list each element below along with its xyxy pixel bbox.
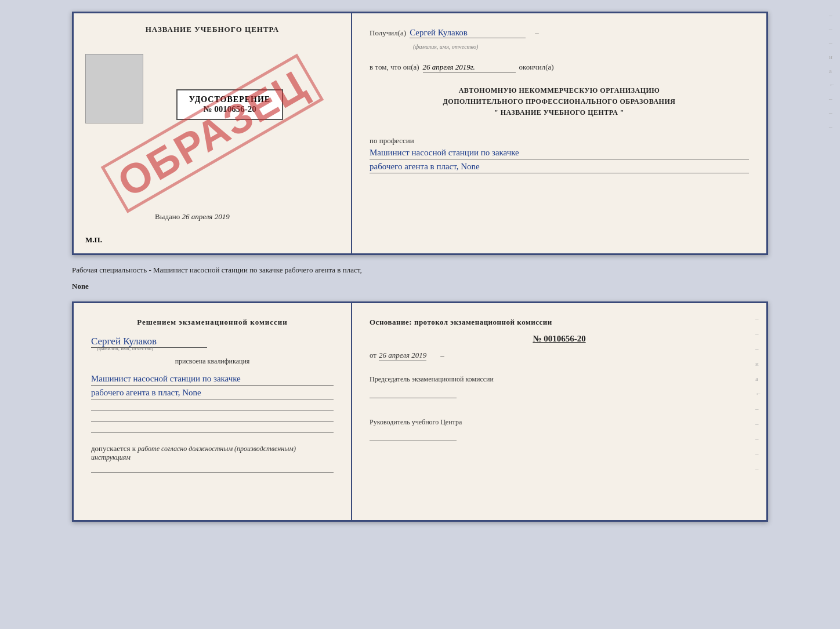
decision-label: Решением экзаменационной комиссии	[91, 318, 334, 327]
qualification-block: Машинист насосной станции по закачке раб…	[91, 372, 334, 399]
date-row: в том, что он(а) 26 апреля 2019г. окончи…	[370, 63, 749, 72]
profession-block: по профессии Машинист насосной станции п…	[370, 132, 749, 239]
qual-line2: рабочего агента в пласт, None	[91, 388, 334, 399]
underline4	[91, 472, 334, 473]
chairman-label: Председатель экзаменационной комиссии	[370, 374, 749, 384]
finished-label: окончил(а)	[519, 63, 554, 72]
description-text: Рабочая специальность - Машинист насосно…	[72, 262, 768, 278]
date-value-bottom: 26 апреля 2019	[379, 351, 426, 361]
org-line2: ДОПОЛНИТЕЛЬНОГО ПРОФЕССИОНАЛЬНОГО ОБРАЗО…	[370, 96, 749, 107]
received-row: Получил(а) Сергей Кулаков –	[370, 28, 749, 38]
date-label: в том, что он(а)	[370, 63, 419, 72]
person-row: Сергей Кулаков (фамилия, имя, отчество)	[91, 336, 334, 351]
issued-label: Выдано	[155, 212, 180, 221]
director-sign-line	[370, 430, 457, 441]
director-section: Руководитель учебного Центра	[370, 417, 749, 441]
qual-line1: Машинист насосной станции по закачке	[91, 374, 334, 386]
badge-number: № 0010656-20	[189, 104, 270, 114]
bottom-right-margin-indicators: – – – и а ← – – – – –	[755, 315, 762, 472]
bottom-right-panel: Основание: протокол экзаменационной коми…	[352, 303, 766, 520]
underline3	[91, 432, 334, 432]
date-prefix: от	[370, 351, 376, 360]
photo-placeholder	[85, 54, 143, 123]
underline2	[91, 421, 334, 421]
received-name: Сергей Кулаков	[410, 28, 526, 38]
name-hint-top: (фамилия, имя, отчество)	[413, 43, 478, 50]
cert-left-panel: НАЗВАНИЕ УЧЕБНОГО ЦЕНТРА УДОСТОВЕРЕНИЕ №…	[74, 13, 352, 253]
profession-line2: рабочего агента в пласт, None	[370, 162, 749, 173]
bottom-certificate: Решением экзаменационной комиссии Сергей…	[72, 301, 768, 522]
right-margin-indicators: – – – и а ← – – –	[829, 12, 835, 130]
description-block: Рабочая специальность - Машинист насосно…	[72, 261, 768, 296]
org-line1: АВТОНОМНУЮ НЕКОММЕРЧЕСКУЮ ОРГАНИЗАЦИЮ	[370, 85, 749, 96]
issued-line: Выдано 26 апреля 2019	[155, 212, 230, 221]
basis-label: Основание: протокол экзаменационной коми…	[370, 318, 749, 327]
chairman-section: Председатель экзаменационной комиссии	[370, 374, 749, 398]
profession-label: по профессии	[370, 136, 749, 146]
cert-center-title: НАЗВАНИЕ УЧЕБНОГО ЦЕНТРА	[146, 25, 280, 34]
issued-date: 26 апреля 2019	[182, 212, 230, 221]
profession-line1: Машинист насосной станции по закачке	[370, 148, 749, 159]
date-value: 26 апреля 2019г.	[423, 63, 516, 72]
assigned-label: присвоена квалификация	[91, 357, 334, 366]
director-label: Руководитель учебного Центра	[370, 417, 749, 427]
cert-badge: УДОСТОВЕРЕНИЕ № 0010656-20	[176, 89, 283, 120]
person-name-hint: (фамилия, имя, отчество)	[97, 346, 334, 351]
org-line3: " НАЗВАНИЕ УЧЕБНОГО ЦЕНТРА "	[370, 107, 749, 118]
mp-label: М.П.	[85, 235, 102, 245]
chairman-sign-line	[370, 387, 457, 398]
document-container: НАЗВАНИЕ УЧЕБНОГО ЦЕНТРА УДОСТОВЕРЕНИЕ №…	[72, 12, 768, 522]
bottom-left-panel: Решением экзаменационной комиссии Сергей…	[74, 303, 352, 520]
underline1	[91, 410, 334, 410]
allow-label: допускается к	[91, 444, 136, 453]
allow-line: допускается к работе согласно должностны…	[91, 444, 334, 462]
protocol-number: № 0010656-20	[370, 334, 749, 344]
date-row-bottom: от 26 апреля 2019 –	[370, 351, 749, 361]
description-text2: None	[72, 278, 768, 294]
org-block: АВТОНОМНУЮ НЕКОММЕРЧЕСКУЮ ОРГАНИЗАЦИЮ ДО…	[370, 85, 749, 119]
badge-title: УДОСТОВЕРЕНИЕ	[189, 95, 270, 104]
received-label: Получил(а)	[370, 28, 406, 38]
cert-right-panel: Получил(а) Сергей Кулаков – (фамилия, им…	[352, 13, 766, 253]
top-certificate: НАЗВАНИЕ УЧЕБНОГО ЦЕНТРА УДОСТОВЕРЕНИЕ №…	[72, 12, 768, 255]
